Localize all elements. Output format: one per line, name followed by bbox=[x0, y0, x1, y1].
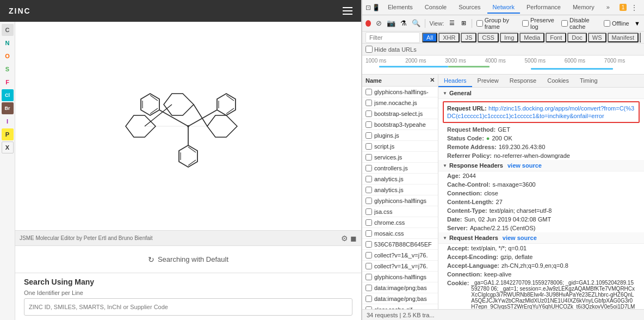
record-button[interactable] bbox=[366, 20, 371, 27]
file-item-5[interactable]: script.js bbox=[362, 141, 438, 152]
search-network-icon[interactable]: 🔍 bbox=[412, 19, 420, 28]
general-section-header[interactable]: ▼ General bbox=[438, 88, 644, 99]
file-item-7[interactable]: controllers.js bbox=[362, 163, 438, 174]
filter-media[interactable]: Media bbox=[519, 33, 544, 42]
tab-console[interactable]: Console bbox=[419, 2, 452, 14]
file-item-15[interactable]: collect?v=1&_v=j76. bbox=[362, 250, 438, 261]
filter-css[interactable]: CSS bbox=[478, 33, 499, 42]
tab-more[interactable]: » bbox=[601, 2, 615, 14]
response-headers-section[interactable]: ▼ Response Headers view source bbox=[438, 160, 644, 171]
file-checkbox-12[interactable] bbox=[366, 219, 372, 226]
tab-sources[interactable]: Sources bbox=[453, 2, 486, 14]
filter-icon[interactable]: ⚗ bbox=[400, 19, 407, 28]
group-by-frame-label[interactable]: Group by frame bbox=[476, 17, 518, 30]
camera-icon[interactable]: 📷 bbox=[387, 19, 395, 28]
file-item-12[interactable]: chrome.css bbox=[362, 217, 438, 228]
view-large-icon[interactable]: ⊞ bbox=[460, 19, 467, 28]
filter-other[interactable]: Other bbox=[640, 33, 641, 42]
file-checkbox-10[interactable] bbox=[366, 198, 372, 204]
file-checkbox-19[interactable] bbox=[366, 296, 372, 302]
filter-ws[interactable]: WS bbox=[588, 33, 606, 42]
jsme-icon-2[interactable]: ◼ bbox=[350, 234, 357, 243]
file-item-11[interactable]: jsa.css bbox=[362, 206, 438, 217]
file-checkbox-5[interactable] bbox=[366, 143, 372, 150]
file-checkbox-4[interactable] bbox=[366, 132, 372, 139]
filter-js[interactable]: JS bbox=[461, 33, 476, 42]
sidebar-item-cl[interactable]: Cl bbox=[2, 89, 14, 101]
hide-data-urls-checkbox[interactable] bbox=[366, 46, 373, 53]
sidebar-item-o[interactable]: O bbox=[2, 50, 14, 62]
file-checkbox-7[interactable] bbox=[366, 165, 372, 171]
search-input[interactable] bbox=[24, 298, 352, 316]
filter-manifest[interactable]: Manifest bbox=[608, 33, 639, 42]
filter-doc[interactable]: Doc bbox=[567, 33, 587, 42]
file-item-19[interactable]: data:image/png;bas bbox=[362, 293, 438, 304]
file-item-18[interactable]: data:image/png;bas bbox=[362, 282, 438, 293]
file-checkbox-18[interactable] bbox=[366, 285, 372, 291]
request-view-source[interactable]: view source bbox=[503, 235, 537, 241]
preserve-log-checkbox[interactable] bbox=[522, 20, 529, 27]
offline-checkbox[interactable] bbox=[604, 20, 610, 27]
file-item-16[interactable]: collect?v=1&_v=j76. bbox=[362, 261, 438, 272]
file-item-8[interactable]: analytics.js bbox=[362, 174, 438, 184]
tab-preview[interactable]: Preview bbox=[472, 75, 504, 87]
hamburger-icon[interactable] bbox=[343, 7, 352, 15]
file-item-10[interactable]: glyphicons-halflings bbox=[362, 195, 438, 206]
file-item-4[interactable]: plugins.js bbox=[362, 130, 438, 141]
file-checkbox-13[interactable] bbox=[366, 230, 372, 237]
file-checkbox-0[interactable] bbox=[366, 89, 372, 95]
tab-network[interactable]: Network bbox=[487, 2, 520, 14]
sidebar-item-c[interactable]: C bbox=[2, 24, 14, 36]
file-item-1[interactable]: jsme.nocache.js bbox=[362, 97, 438, 108]
preserve-log-label[interactable]: Preserve log bbox=[522, 17, 557, 30]
tab-cookies[interactable]: Cookies bbox=[542, 75, 574, 87]
file-item-20[interactable]: clear.cache.gif bbox=[362, 304, 438, 309]
disable-cache-label[interactable]: Disable cache bbox=[561, 17, 599, 30]
tab-headers[interactable]: Headers bbox=[438, 75, 472, 87]
disable-cache-checkbox[interactable] bbox=[561, 20, 568, 27]
filter-all[interactable]: All bbox=[422, 33, 437, 42]
sidebar-item-i[interactable]: I bbox=[2, 115, 14, 127]
sidebar-item-s[interactable]: S bbox=[2, 63, 14, 75]
sidebar-item-n[interactable]: N bbox=[2, 37, 14, 49]
file-item-3[interactable]: bootstrap3-typeahe bbox=[362, 119, 438, 130]
jsme-icon-1[interactable]: ⚙ bbox=[341, 234, 348, 243]
response-view-source[interactable]: view source bbox=[507, 162, 542, 169]
stop-icon[interactable]: ⊘ bbox=[375, 19, 382, 28]
file-checkbox-3[interactable] bbox=[366, 121, 372, 128]
tab-response[interactable]: Response bbox=[504, 75, 542, 87]
view-list-icon[interactable]: ☰ bbox=[448, 19, 455, 28]
sidebar-item-f[interactable]: F bbox=[2, 76, 14, 88]
file-checkbox-11[interactable] bbox=[366, 208, 372, 215]
file-item-13[interactable]: mosaic.css bbox=[362, 228, 438, 239]
tab-performance[interactable]: Performance bbox=[521, 2, 566, 14]
file-checkbox-17[interactable] bbox=[366, 274, 372, 280]
sidebar-item-p[interactable]: P bbox=[2, 128, 14, 140]
throttle-icon[interactable]: ▼ bbox=[634, 19, 641, 28]
file-item-6[interactable]: services.js bbox=[362, 152, 438, 163]
request-headers-section[interactable]: ▼ Request Headers view source bbox=[438, 232, 644, 244]
file-checkbox-6[interactable] bbox=[366, 154, 372, 161]
filter-img[interactable]: Img bbox=[500, 33, 518, 42]
file-checkbox-2[interactable] bbox=[366, 110, 372, 117]
sidebar-item-br[interactable]: Br bbox=[2, 102, 14, 114]
filter-xhr[interactable]: XHR bbox=[438, 33, 460, 42]
sidebar-item-x[interactable]: X bbox=[2, 141, 14, 153]
file-list-close[interactable]: ✕ bbox=[430, 77, 435, 84]
filter-font[interactable]: Font bbox=[546, 33, 566, 42]
file-checkbox-8[interactable] bbox=[366, 176, 372, 182]
file-checkbox-16[interactable] bbox=[366, 263, 372, 269]
file-checkbox-1[interactable] bbox=[366, 100, 372, 106]
offline-label[interactable]: Offline bbox=[604, 20, 629, 27]
filter-input[interactable] bbox=[366, 32, 420, 43]
file-item-2[interactable]: bootstrap-select.js bbox=[362, 108, 438, 119]
file-checkbox-14[interactable] bbox=[366, 241, 372, 248]
file-checkbox-15[interactable] bbox=[366, 252, 372, 259]
close-devtools-icon[interactable]: ✕ bbox=[642, 2, 644, 13]
more-options-icon[interactable]: ⋮ bbox=[629, 2, 640, 13]
cursor-icon[interactable]: ⊡ bbox=[366, 2, 371, 13]
group-by-frame-checkbox[interactable] bbox=[476, 20, 483, 27]
tab-timing[interactable]: Timing bbox=[574, 75, 603, 87]
file-item-17[interactable]: glyphicons-halflings bbox=[362, 272, 438, 282]
file-checkbox-9[interactable] bbox=[366, 187, 372, 193]
